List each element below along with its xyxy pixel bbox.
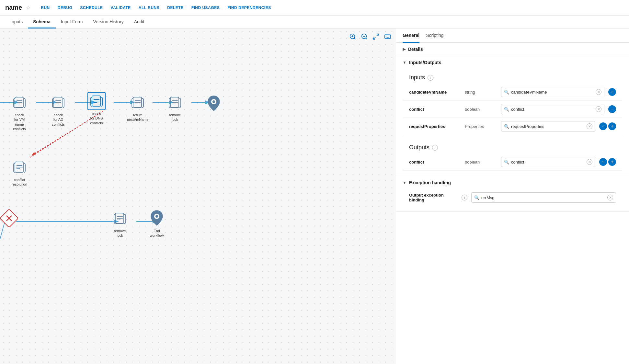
clear-exception-button[interactable]: ✕: [607, 195, 613, 200]
clear-candidate-button[interactable]: ✕: [596, 89, 601, 95]
input-name-request: requestProperties: [409, 124, 461, 129]
find-dependencies-button[interactable]: FIND DEPENDENCIES: [225, 4, 274, 11]
find-usages-button[interactable]: FIND USAGES: [189, 4, 223, 11]
inputs-outputs-label: Inputs/Outputs: [409, 60, 441, 65]
input-value-request: requestProperties: [511, 124, 585, 129]
output-value-conflict: conflict: [511, 160, 585, 165]
keyboard-button[interactable]: [383, 32, 393, 41]
zoom-in-button[interactable]: [348, 32, 358, 41]
node-end-workflow[interactable]: Endworkflow: [150, 209, 164, 238]
tab-inputs[interactable]: Inputs: [5, 16, 28, 28]
toolbar: name ☆ RUN DEBUG SCHEDULE VALIDATE ALL R…: [0, 0, 629, 16]
clear-conflict-button[interactable]: ✕: [596, 106, 601, 112]
node-check-ad[interactable]: checkfor ADconflicts: [49, 93, 67, 127]
search-icon-output-conflict: 🔍: [504, 160, 509, 165]
node-conflict-res[interactable]: conflictresolution: [10, 158, 29, 187]
input-row-candidate: candidateVmName string 🔍 candidateVmName…: [403, 84, 623, 101]
tab-schema[interactable]: Schema: [28, 16, 56, 28]
input-row-conflict: conflict boolean 🔍 conflict ✕ −: [403, 101, 623, 118]
connection-lines: [0, 28, 396, 364]
debug-button[interactable]: DEBUG: [55, 4, 75, 11]
input-field-candidate[interactable]: 🔍 candidateVmName ✕: [501, 87, 604, 97]
exception-header[interactable]: ▼ Exception handling: [396, 176, 629, 189]
node-conflict-res-label: conflictresolution: [12, 177, 27, 187]
node-check-ad-label: checkfor ADconflicts: [52, 113, 65, 127]
search-icon-conflict: 🔍: [504, 107, 509, 112]
all-runs-button[interactable]: ALL RUNS: [136, 4, 162, 11]
remove-request-button[interactable]: −: [599, 122, 607, 130]
node-return-next[interactable]: returnnextVmName: [127, 93, 149, 122]
exception-info-icon[interactable]: i: [462, 195, 467, 200]
main-tabs: Inputs Schema Input Form Version History…: [0, 16, 629, 28]
star-icon[interactable]: ☆: [26, 5, 30, 11]
output-type-conflict: boolean: [465, 160, 497, 165]
run-button[interactable]: RUN: [38, 4, 52, 11]
exception-accordion: ▼ Exception handling Output exception bi…: [396, 176, 629, 211]
input-field-request[interactable]: 🔍 requestProperties ✕: [501, 121, 595, 131]
node-remove-lock-top-label: removelock: [169, 113, 181, 122]
clear-request-button[interactable]: ✕: [587, 123, 592, 129]
output-name-conflict: conflict: [409, 160, 461, 165]
search-icon-exception: 🔍: [474, 195, 479, 200]
node-end-pin-top[interactable]: [207, 95, 221, 113]
input-type-conflict: boolean: [465, 107, 497, 112]
remove-output-conflict-button[interactable]: −: [599, 158, 607, 166]
input-name-candidate: candidateVmName: [409, 90, 461, 95]
app-name: name: [5, 4, 22, 11]
workflow-canvas[interactable]: checkfor VMnameconflicts checkfor ADconf…: [0, 28, 396, 364]
tab-version-history[interactable]: Version History: [88, 16, 129, 28]
exception-binding-field[interactable]: 🔍 errMsg ✕: [471, 192, 616, 203]
node-check-dns[interactable]: checkfor DNSconflicts: [87, 92, 106, 125]
node-end-workflow-label: Endworkflow: [150, 229, 164, 238]
node-check-vm[interactable]: checkfor VMnameconflicts: [10, 93, 29, 131]
action-btns-conflict: −: [608, 105, 616, 113]
svg-line-1: [354, 38, 355, 39]
validate-button[interactable]: VALIDATE: [108, 4, 133, 11]
input-field-conflict[interactable]: 🔍 conflict ✕: [501, 104, 604, 114]
action-btns-output-conflict: − +: [599, 158, 616, 166]
search-icon-candidate: 🔍: [504, 90, 509, 95]
details-header[interactable]: ▶ Details: [396, 43, 629, 56]
remove-candidate-button[interactable]: −: [608, 88, 616, 96]
exception-body: Output exception binding i 🔍 errMsg ✕: [396, 189, 629, 211]
input-type-request: Properties: [465, 124, 497, 129]
inputs-outputs-chevron: ▼: [403, 60, 406, 65]
input-name-conflict: conflict: [409, 107, 461, 112]
input-value-conflict: conflict: [511, 107, 594, 112]
outputs-title: Outputs i: [403, 139, 623, 154]
panel-tab-general[interactable]: General: [403, 28, 419, 43]
exception-binding-value: errMsg: [481, 195, 605, 200]
remove-conflict-button[interactable]: −: [608, 105, 616, 113]
node-error[interactable]: [0, 209, 18, 229]
exception-label: Exception handling: [409, 180, 451, 185]
panel-tab-scripting[interactable]: Scripting: [426, 28, 443, 43]
tab-input-form[interactable]: Input Form: [56, 16, 88, 28]
svg-point-48: [212, 100, 215, 103]
add-request-button[interactable]: +: [608, 122, 616, 130]
svg-rect-9: [385, 35, 391, 39]
zoom-out-button[interactable]: [360, 32, 369, 41]
details-accordion: ▶ Details: [396, 43, 629, 56]
output-field-conflict[interactable]: 🔍 conflict ✕: [501, 157, 595, 167]
svg-line-5: [366, 38, 367, 39]
tab-audit[interactable]: Audit: [129, 16, 150, 28]
svg-point-61: [155, 215, 158, 218]
node-check-dns-label: checkfor DNSconflicts: [90, 111, 103, 125]
outputs-info-icon[interactable]: i: [432, 145, 438, 151]
node-remove-lock-bottom[interactable]: removelock: [111, 209, 129, 238]
node-remove-lock-top[interactable]: removelock: [166, 93, 184, 122]
fit-button[interactable]: [371, 32, 381, 41]
svg-line-8: [373, 37, 375, 39]
details-chevron: ▶: [403, 47, 406, 51]
delete-button[interactable]: DELETE: [165, 4, 186, 11]
schedule-button[interactable]: SCHEDULE: [78, 4, 106, 11]
input-value-candidate: candidateVmName: [511, 90, 594, 95]
canvas-toolbar: [348, 32, 393, 41]
search-icon-request: 🔍: [504, 124, 509, 129]
action-btns-request: − +: [599, 122, 616, 130]
add-output-conflict-button[interactable]: +: [608, 158, 616, 166]
inputs-outputs-accordion: ▼ Inputs/Outputs Inputs i candidateVmNam…: [396, 56, 629, 176]
inputs-info-icon[interactable]: i: [428, 75, 433, 81]
inputs-outputs-header[interactable]: ▼ Inputs/Outputs: [396, 56, 629, 69]
clear-output-conflict-button[interactable]: ✕: [587, 159, 592, 165]
